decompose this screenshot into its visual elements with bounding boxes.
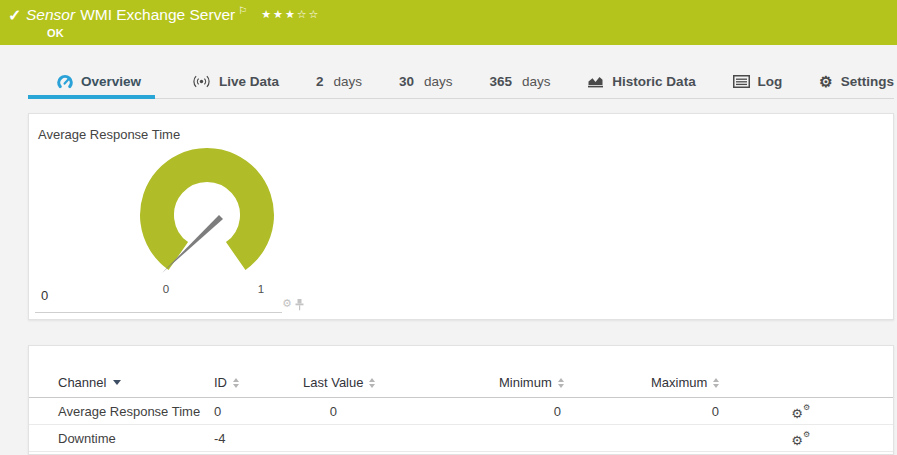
tab-overview-label: Overview <box>81 74 141 89</box>
tab-365-days-word: days <box>522 74 551 89</box>
tab-historic-data-label: Historic Data <box>612 74 695 89</box>
sort-both-icon <box>558 378 564 388</box>
table-row-downtime: Downtime -4 ⚙ ⚙ <box>29 425 893 452</box>
gauge-baseline <box>35 312 282 313</box>
tab-365-days[interactable]: 365 days <box>489 65 550 98</box>
sensor-title-line: SensorWMI Exchange Server⚐★★★☆☆ <box>26 5 320 24</box>
sensor-status-header: ✓ SensorWMI Exchange Server⚐★★★☆☆ OK <box>0 0 897 45</box>
tab-settings[interactable]: ⚙ Settings <box>819 65 894 98</box>
column-header-channel[interactable]: Channel <box>58 375 214 390</box>
tab-2-days[interactable]: 2 days <box>316 65 362 98</box>
tab-live-data[interactable]: Live Data <box>192 65 279 98</box>
sensor-tabbar: Overview Live Data 2 days 30 days 365 da… <box>28 65 894 99</box>
column-header-channel-label: Channel <box>58 375 106 390</box>
log-list-icon <box>733 75 750 88</box>
gauge-scale-min: 0 <box>159 283 173 295</box>
sort-desc-icon <box>113 380 121 385</box>
gauge-panel: Average Response Time 0 1 0 ⚙ <box>28 113 894 320</box>
tab-30-days[interactable]: 30 days <box>399 65 453 98</box>
tab-365-days-number: 365 <box>489 74 512 89</box>
tab-2-days-word: days <box>333 74 362 89</box>
tab-log[interactable]: Log <box>733 65 783 98</box>
tab-30-days-word: days <box>424 74 453 89</box>
sort-both-icon <box>233 378 239 388</box>
cell-channel[interactable]: Average Response Time <box>58 404 214 419</box>
tab-log-label: Log <box>758 74 783 89</box>
cell-maximum: 0 <box>651 404 719 419</box>
sensor-name: WMI Exchange Server <box>80 6 235 23</box>
gauge-toolbar: ⚙ <box>282 298 304 311</box>
gauge-settings-gear-icon[interactable]: ⚙ <box>282 298 292 309</box>
gauge-title: Average Response Time <box>38 127 180 142</box>
gauge-scale-max: 1 <box>254 283 268 295</box>
cell-id: -4 <box>214 431 303 446</box>
status-badge: OK <box>47 27 64 39</box>
channel-table-panel: Channel ID Last Value Minimum Maximum Av… <box>28 345 894 455</box>
channel-table-header-row: Channel ID Last Value Minimum Maximum <box>29 368 893 398</box>
tab-settings-label: Settings <box>841 74 894 89</box>
object-kind-label: Sensor <box>26 6 75 23</box>
gauge-axis-zero-label: 0 <box>41 288 48 303</box>
area-chart-icon <box>587 75 604 88</box>
flag-icon[interactable]: ⚐ <box>238 5 247 16</box>
gauge-icon <box>57 74 73 89</box>
column-header-maximum-label: Maximum <box>651 375 707 390</box>
stars-empty: ☆☆ <box>297 8 321 20</box>
pin-graph-icon[interactable] <box>295 299 304 311</box>
column-header-id-label: ID <box>214 375 227 390</box>
stars-filled: ★★★ <box>261 8 297 20</box>
cell-channel[interactable]: Downtime <box>58 431 214 446</box>
column-header-maximum[interactable]: Maximum <box>651 375 803 390</box>
tab-overview[interactable]: Overview <box>28 65 155 98</box>
broadcast-icon <box>192 75 211 88</box>
column-header-last-value-label: Last Value <box>303 375 363 390</box>
cell-minimum: 0 <box>499 404 561 419</box>
column-header-last-value[interactable]: Last Value <box>303 375 499 390</box>
sort-both-icon <box>713 378 719 388</box>
priority-stars[interactable]: ★★★☆☆ <box>261 8 320 20</box>
table-row-average-response-time: Average Response Time 0 0 0 0 ⚙ ⚙ <box>29 398 893 425</box>
tab-historic-data[interactable]: Historic Data <box>587 65 695 98</box>
tab-30-days-number: 30 <box>399 74 414 89</box>
cell-last-value: 0 <box>303 404 337 419</box>
column-header-minimum-label: Minimum <box>499 375 552 390</box>
column-header-minimum[interactable]: Minimum <box>499 375 651 390</box>
status-ok-check-icon: ✓ <box>8 6 21 25</box>
sort-both-icon <box>369 378 375 388</box>
response-time-gauge <box>133 145 283 295</box>
gear-icon: ⚙ <box>819 74 832 89</box>
tab-2-days-number: 2 <box>316 74 324 89</box>
column-header-id[interactable]: ID <box>214 375 303 390</box>
tab-live-data-label: Live Data <box>219 74 279 89</box>
cell-id: 0 <box>214 404 303 419</box>
